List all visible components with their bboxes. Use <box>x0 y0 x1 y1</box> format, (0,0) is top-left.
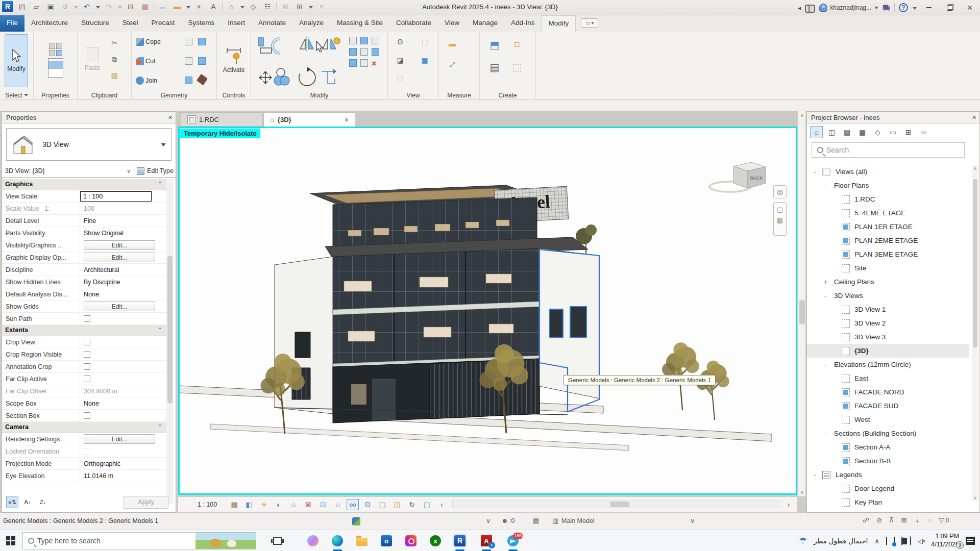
wall-joins-icon[interactable] <box>185 38 192 45</box>
temporary-hide-isolate-banner[interactable]: Temporary Hide/Isolate <box>180 129 260 138</box>
cut-geometry-button[interactable]: Cut <box>136 55 157 67</box>
revit-app-icon[interactable] <box>453 534 467 547</box>
help-dropdown-icon[interactable] <box>912 3 917 12</box>
sun-settings-icon[interactable] <box>258 499 270 510</box>
browser-views-icon[interactable] <box>810 126 823 138</box>
prop-row-projection-mode[interactable]: Projection ModeOrthographic <box>2 458 166 470</box>
select-underlay-icon[interactable] <box>876 516 882 525</box>
type-selector[interactable]: 3D View <box>6 128 172 161</box>
adobe-app-icon[interactable] <box>480 534 493 547</box>
measure-between-icon[interactable] <box>446 60 458 69</box>
panel-label-view[interactable]: View <box>388 92 438 99</box>
paint-icon[interactable] <box>198 38 206 45</box>
viewcube[interactable]: BACK <box>709 162 766 192</box>
edit-button[interactable]: Edit... <box>84 253 155 262</box>
tree-3d-views[interactable]: -3D Views <box>807 289 969 303</box>
browser-scroll-thumb[interactable] <box>973 179 977 347</box>
browser-scroll-down-icon[interactable] <box>972 495 978 500</box>
edit-button[interactable]: Edit... <box>84 302 155 311</box>
properties-close-icon[interactable]: × <box>168 113 173 121</box>
tree-floor-plans[interactable]: -Floor Plans <box>807 179 969 192</box>
design-option-selector[interactable]: Main Model <box>561 517 595 524</box>
transfer-standards-icon[interactable] <box>139 1 151 12</box>
tree-item-plan-1er[interactable]: PLAN 1ER ETAGE <box>807 220 969 234</box>
vertical-scroll-thumb[interactable] <box>799 300 805 324</box>
browser-search-box[interactable] <box>812 142 965 158</box>
close-inactive-views-icon[interactable] <box>280 1 291 12</box>
crop-region-icon[interactable] <box>317 499 329 510</box>
help-icon[interactable] <box>899 3 908 12</box>
tree-item-3d-view-3[interactable]: 3D View 3 <box>807 330 969 344</box>
text-icon[interactable] <box>208 1 219 12</box>
match-type-icon[interactable] <box>109 71 119 80</box>
tab-massing-site[interactable]: Massing & Site <box>330 15 389 32</box>
sort-default-button[interactable]: ≡⇅ <box>6 496 18 508</box>
instance-dropdown-icon[interactable]: ∨ <box>127 168 131 174</box>
customize-qat-icon[interactable]: ≡ <box>316 1 327 12</box>
unjoin-icon[interactable] <box>198 57 206 65</box>
switch-windows-icon[interactable] <box>294 1 305 12</box>
prop-row-discipline[interactable]: DisciplineArchitectural <box>2 264 166 276</box>
prop-row-eye-elevation[interactable]: Eye Elevation11.0146 m <box>2 470 166 482</box>
edit-button[interactable]: Edit... <box>84 240 155 250</box>
tree-item-facade-nord[interactable]: FACADE NORD <box>807 385 969 399</box>
modify-tool-button[interactable]: Modify <box>5 34 28 87</box>
worksharing-status-icon[interactable] <box>352 517 360 525</box>
tree-item-3d-view-1[interactable]: 3D View 1 <box>807 303 969 316</box>
section-icon[interactable] <box>262 1 273 12</box>
view-box-icon[interactable] <box>420 38 430 46</box>
vertical-scrollbar[interactable] <box>798 111 805 496</box>
select-links-icon[interactable] <box>863 516 869 525</box>
prop-row-graphic-display[interactable]: Graphic Display Op...Edit... <box>2 252 166 264</box>
prop-row-far-clip-active[interactable]: Far Clip Active <box>2 373 166 385</box>
tree-item-plan-3eme[interactable]: PLAN 3EME ETAGE <box>807 247 969 261</box>
view-scale-input[interactable] <box>80 191 152 202</box>
switch-windows-dropdown-icon[interactable] <box>308 2 313 11</box>
tree-item-east[interactable]: East <box>807 371 969 385</box>
undo-icon[interactable] <box>81 1 92 12</box>
navigation-bar[interactable] <box>773 202 787 236</box>
scroll-up-icon[interactable] <box>798 113 806 118</box>
tree-legends[interactable]: -Legends <box>807 468 969 482</box>
panel-label-controls[interactable]: Controls <box>217 92 251 99</box>
aligned-dimension-icon[interactable] <box>157 1 168 12</box>
revit-logo-icon[interactable] <box>2 1 13 12</box>
measure-icon[interactable] <box>172 1 183 12</box>
create-parts-icon[interactable] <box>510 61 524 73</box>
prop-row-show-grids[interactable]: Show GridsEdit... <box>2 300 166 313</box>
redo-dropdown-icon[interactable] <box>117 2 122 11</box>
tablet-mode-icon[interactable] <box>886 537 887 545</box>
editable-elements-icon[interactable] <box>501 517 508 524</box>
weather-text[interactable]: احتمال هطول مطر <box>814 537 868 545</box>
temporary-hide-isolate-icon[interactable] <box>347 499 359 510</box>
view-scale-control[interactable]: 1 : 100 <box>198 501 217 508</box>
tree-item-3d-view-2[interactable]: 3D View 2 <box>807 316 969 330</box>
edit-type-button[interactable]: Edit Type <box>147 167 174 174</box>
properties-header[interactable]: Properties <box>2 112 176 124</box>
user-account[interactable]: khaznadjinag... <box>819 4 878 12</box>
clock[interactable]: 1:09 PM 4/11/2026 <box>931 533 959 548</box>
default-3d-view-icon[interactable] <box>226 1 237 12</box>
prop-row-sun-path[interactable]: Sun Path <box>2 313 166 325</box>
taskbar-search-input[interactable] <box>37 537 195 545</box>
collapse-arrow-icon[interactable] <box>798 3 801 12</box>
browser-scrollbar[interactable] <box>972 165 978 502</box>
project-browser-close-icon[interactable]: × <box>972 113 976 121</box>
design-option-dropdown-icon[interactable] <box>690 517 695 524</box>
restore-button[interactable] <box>941 1 958 14</box>
sync-dropdown-icon[interactable] <box>74 2 78 11</box>
paste-button[interactable]: Paste <box>82 35 103 86</box>
worksharing-display-icon[interactable] <box>376 499 388 510</box>
crop-region-checkbox[interactable] <box>84 351 90 358</box>
panel-label-geometry[interactable]: Geometry <box>132 92 216 99</box>
tab-insert[interactable]: Insert <box>221 15 252 32</box>
cast-screen-icon[interactable] <box>894 537 895 545</box>
section-extents[interactable]: Extents⌃ <box>2 325 166 336</box>
xbox-app-icon[interactable] <box>429 534 442 547</box>
browser-groups-icon[interactable] <box>887 126 899 138</box>
edge-app-icon[interactable] <box>331 534 344 547</box>
prop-row-parts-visibility[interactable]: Parts VisibilityShow Original <box>2 227 166 239</box>
instance-selector[interactable]: 3D View: {3D} <box>5 167 127 174</box>
ui-menu-icon[interactable] <box>16 1 28 12</box>
horizontal-scroll-thumb[interactable] <box>610 502 629 507</box>
